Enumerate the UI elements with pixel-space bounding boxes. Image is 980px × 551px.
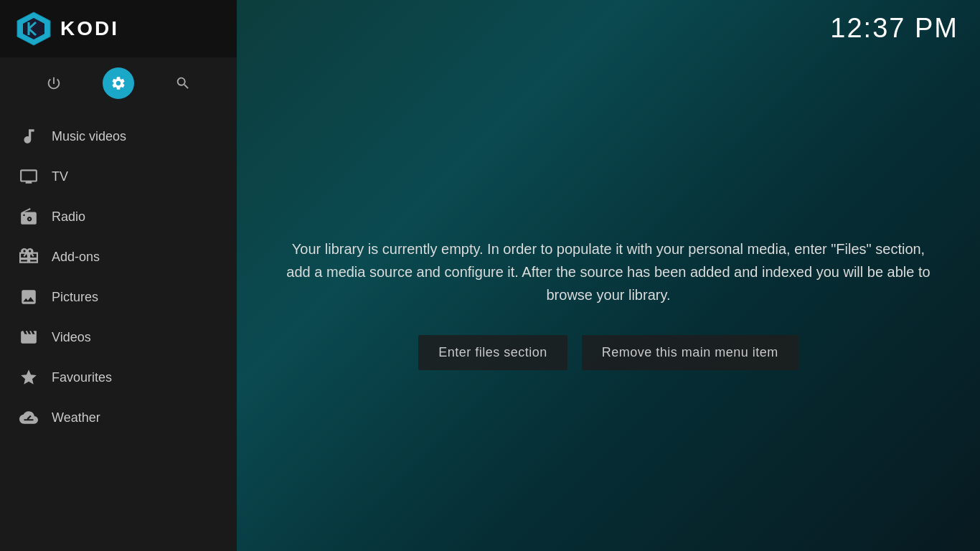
sidebar-item-tv[interactable]: TV — [0, 156, 237, 197]
sidebar-item-addons[interactable]: Add-ons — [0, 237, 237, 277]
settings-button[interactable] — [103, 67, 134, 99]
top-bar: 12:37 PM — [237, 0, 980, 57]
clock-display: 12:37 PM — [830, 13, 958, 44]
sidebar-item-label: TV — [52, 169, 68, 184]
content-area: Your library is currently empty. In orde… — [237, 57, 980, 551]
sidebar-item-label: Radio — [52, 209, 85, 225]
sidebar-item-label: Pictures — [52, 290, 98, 305]
tv-icon — [19, 166, 39, 187]
app-title: KODI — [60, 17, 119, 40]
settings-icon — [110, 75, 126, 91]
favourites-icon — [19, 367, 39, 387]
power-icon — [46, 75, 62, 91]
videos-icon — [19, 327, 39, 347]
remove-menu-item-button[interactable]: Remove this main menu item — [582, 335, 798, 370]
music-videos-icon — [19, 126, 39, 146]
search-button[interactable] — [167, 67, 199, 99]
radio-icon — [19, 207, 39, 227]
addons-icon — [19, 247, 39, 267]
sidebar-item-label: Music videos — [52, 129, 126, 144]
kodi-logo-icon — [16, 11, 52, 47]
sidebar-header: KODI — [0, 0, 237, 57]
sidebar-item-label: Favourites — [52, 370, 112, 385]
sidebar-item-weather[interactable]: Weather — [0, 397, 237, 438]
sidebar-item-label: Add-ons — [52, 250, 100, 265]
sidebar-item-pictures[interactable]: Pictures — [0, 277, 237, 317]
sidebar-item-label: Videos — [52, 330, 91, 345]
search-icon — [175, 75, 191, 91]
sidebar-item-videos[interactable]: Videos — [0, 317, 237, 357]
sidebar-item-favourites[interactable]: Favourites — [0, 357, 237, 397]
app-container: KODI — [0, 0, 980, 551]
empty-library-message: Your library is currently empty. In orde… — [286, 237, 931, 306]
main-content: 12:37 PM Your library is currently empty… — [237, 0, 980, 551]
sidebar-item-music-videos[interactable]: Music videos — [0, 116, 237, 156]
power-button[interactable] — [38, 67, 70, 99]
sidebar-item-radio[interactable]: Radio — [0, 197, 237, 237]
enter-files-section-button[interactable]: Enter files section — [418, 335, 567, 370]
action-buttons: Enter files section Remove this main men… — [418, 335, 798, 370]
main-nav: Music videos TV Radio A — [0, 109, 237, 551]
sidebar-icon-bar — [0, 57, 237, 109]
sidebar: KODI — [0, 0, 237, 551]
weather-icon — [19, 408, 39, 428]
sidebar-item-label: Weather — [52, 410, 100, 425]
pictures-icon — [19, 287, 39, 307]
